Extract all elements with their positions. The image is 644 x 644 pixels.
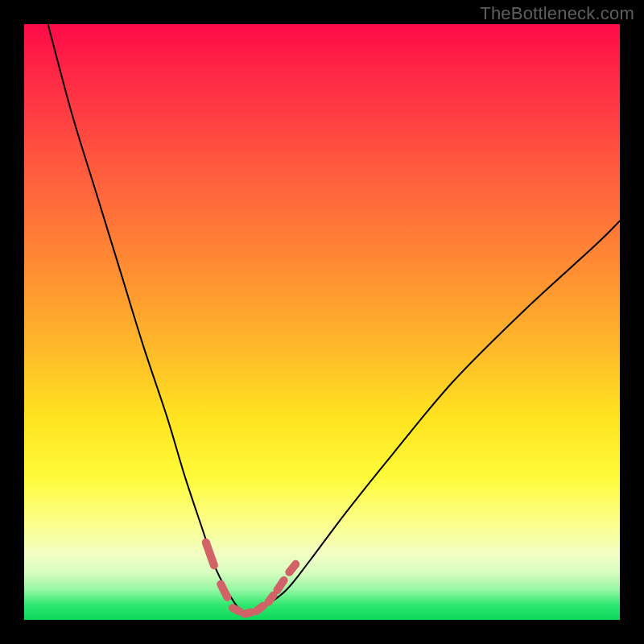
plot-area <box>24 24 620 620</box>
optimal-tick <box>278 580 284 590</box>
watermark-text: TheBottleneck.com <box>480 3 634 24</box>
optimal-tick <box>257 606 263 611</box>
optimal-tick <box>206 543 214 565</box>
optimal-tick <box>233 608 239 611</box>
chart-svg <box>24 24 620 620</box>
bottleneck-curve <box>48 24 620 614</box>
optimal-tick <box>221 584 227 597</box>
optimal-range-ticks <box>206 543 296 614</box>
optimal-tick <box>245 613 251 614</box>
optimal-tick <box>289 564 295 572</box>
chart-frame: TheBottleneck.com <box>0 0 644 644</box>
optimal-tick <box>268 596 273 602</box>
